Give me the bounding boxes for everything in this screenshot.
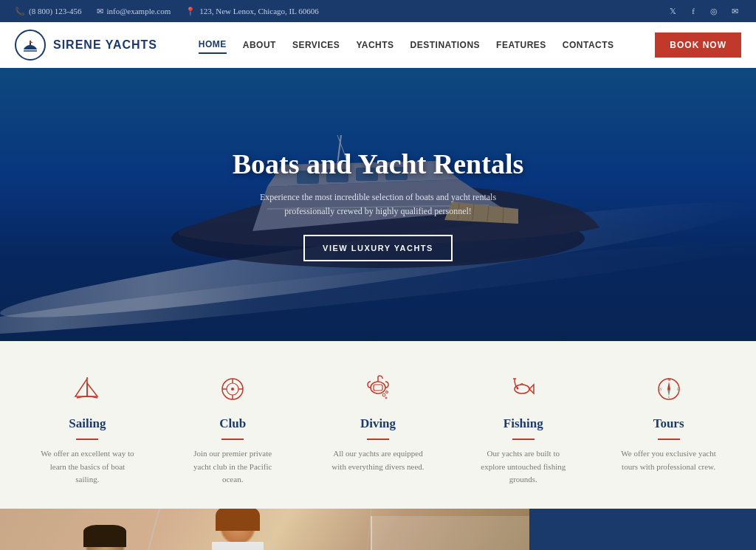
fishing-title: Fishing [461,416,585,431]
hero-cta-button[interactable]: VIEW LUXURY YACHTS [303,235,453,261]
diving-desc: All our yachts are equipped with everyth… [330,447,426,473]
phone-number: (8 800) 123-456 [29,7,82,16]
nav-contacts[interactable]: CONTACTS [563,37,614,53]
club-icon [214,371,251,408]
nav-features[interactable]: FEATURES [496,37,546,53]
nav-home[interactable]: HOME [199,36,227,54]
location-icon: 📍 [185,7,196,16]
club-title: Club [171,416,295,431]
feature-club: Club Join our premier private yacht club… [160,371,306,487]
address-info: 📍 123, New Lenox, Chicago, IL 60606 [185,7,319,16]
tours-desc: We offer you exclusive yacht tours with … [621,447,717,473]
fishing-underline [512,439,535,440]
book-now-button[interactable]: BOOK NOW [655,32,741,58]
hero-title: Boats and Yacht Rentals [233,148,523,180]
top-bar: 📞 (8 800) 123-456 ✉ info@example.com 📍 1… [0,0,756,22]
svg-point-22 [231,388,234,391]
tours-underline [658,439,680,440]
email-info: ✉ info@example.com [97,7,171,16]
svg-text:N: N [667,377,670,382]
twitter-icon[interactable]: 𝕏 [666,4,679,18]
club-desc: Join our premier private yacht club in t… [185,447,281,487]
svg-rect-24 [374,385,382,391]
address-text: 123, New Lenox, Chicago, IL 60606 [199,7,319,16]
fishing-icon [505,371,542,408]
nav-services[interactable]: SERVICES [292,37,340,53]
tours-icon: N S W E [650,371,687,408]
feature-fishing: Fishing Our yachts are built to explore … [450,371,596,487]
main-nav: HOME ABOUT SERVICES YACHTS DESTINATIONS … [199,36,614,54]
club-underline [221,439,244,440]
nav-yachts[interactable]: YACHTS [356,37,394,53]
fishing-desc: Our yachts are built to explore untouche… [475,447,571,487]
social-links: 𝕏 f ◎ ✉ [666,4,741,18]
sailing-desc: We offer an excellent way to learn the b… [39,447,135,487]
svg-point-26 [385,391,388,393]
bottom-blue-area [529,509,756,550]
feature-diving: Diving All our yachts are equipped with … [306,371,451,487]
logo: SIRENE YACHTS [15,30,157,61]
sailing-icon [69,371,106,408]
svg-text:W: W [659,387,662,391]
logo-icon [15,30,46,61]
feature-sailing: Sailing We offer an excellent way to lea… [15,371,160,487]
email-social-icon[interactable]: ✉ [728,4,741,18]
header: SIRENE YACHTS HOME ABOUT SERVICES YACHTS… [0,22,756,68]
top-bar-contact-info: 📞 (8 800) 123-456 ✉ info@example.com 📍 1… [15,7,319,16]
svg-marker-1 [30,41,33,43]
email-address: info@example.com [107,7,171,16]
phone-icon: 📞 [15,7,25,16]
logo-text: SIRENE YACHTS [53,38,157,52]
instagram-icon[interactable]: ◎ [707,4,721,18]
email-icon: ✉ [97,7,103,16]
hero-subtitle: Experience the most incredible selection… [238,190,518,219]
facebook-icon[interactable]: f [687,4,700,18]
sailing-underline [76,439,98,440]
diving-underline [367,439,389,440]
svg-point-25 [382,393,385,396]
svg-point-27 [385,397,387,399]
diving-title: Diving [317,416,440,431]
features-strip: Sailing We offer an excellent way to lea… [0,341,756,509]
nav-about[interactable]: ABOUT [243,37,276,53]
diving-icon [360,371,396,408]
tours-title: Tours [607,416,730,431]
feature-tours: N S W E Tours We offer you exclusive yac… [596,371,741,487]
hero-section: Boats and Yacht Rentals Experience the m… [0,68,756,341]
bottom-section [0,509,756,550]
bottom-photo [0,509,529,550]
nav-destinations[interactable]: DESTINATIONS [410,37,480,53]
sailing-title: Sailing [26,416,149,431]
hero-content: Boats and Yacht Rentals Experience the m… [233,148,523,261]
phone-info: 📞 (8 800) 123-456 [15,7,82,16]
svg-point-23 [371,382,385,393]
